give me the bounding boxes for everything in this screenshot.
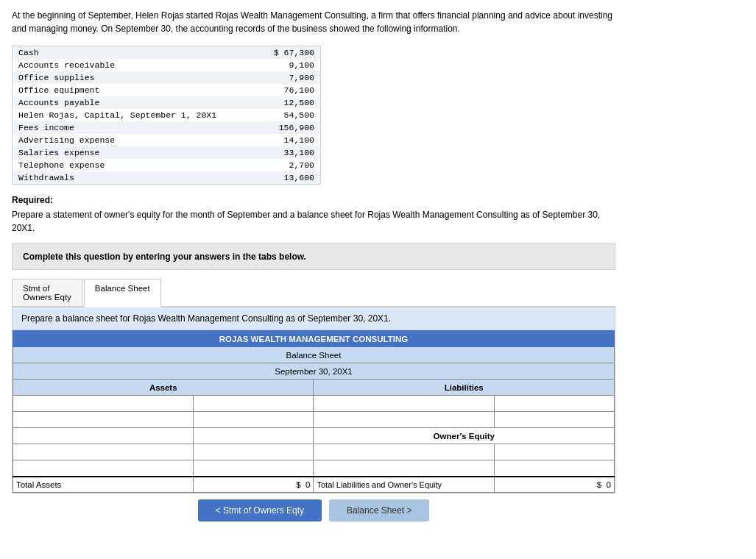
oe-label-input-2[interactable] bbox=[317, 463, 490, 472]
asset-amount-input-2[interactable] bbox=[197, 416, 310, 424]
asset-amount-input-3[interactable] bbox=[197, 432, 310, 441]
financial-value-10: 13,600 bbox=[258, 171, 320, 184]
total-assets-label: Total Assets bbox=[13, 477, 194, 493]
liability-amount-input-2[interactable] bbox=[498, 416, 611, 424]
total-liabilities-label: Total Liabilities and Owner's Equity bbox=[314, 477, 494, 493]
financial-label-9: Telephone expense bbox=[13, 159, 258, 171]
asset-label-input-2[interactable] bbox=[16, 416, 190, 424]
tab-instruction: Prepare a balance sheet for Rojas Wealth… bbox=[13, 307, 615, 330]
financial-label-5: Helen Rojas, Capital, September 1, 20X1 bbox=[13, 109, 258, 121]
required-label: Required: bbox=[12, 195, 744, 205]
balance-sheet-table: ROJAS WEALTH MANAGEMENT CONSULTING Balan… bbox=[13, 330, 615, 493]
tab-balance-sheet[interactable]: Balance Sheet bbox=[84, 279, 161, 307]
owners-equity-label-cell: Owner's Equity bbox=[314, 428, 615, 444]
tab-content: Prepare a balance sheet for Rojas Wealth… bbox=[12, 307, 615, 494]
bs-data-row-3: Owner's Equity bbox=[13, 428, 615, 444]
intro-text: At the beginning of September, Helen Roj… bbox=[12, 9, 615, 35]
asset-amount-5[interactable] bbox=[194, 460, 314, 477]
asset-label-input-5[interactable] bbox=[16, 463, 190, 472]
oe-label-input-1[interactable] bbox=[317, 448, 490, 457]
asset-amount-4[interactable] bbox=[194, 444, 314, 460]
asset-amount-input-5[interactable] bbox=[197, 463, 310, 472]
financial-label-7: Advertising expense bbox=[13, 134, 258, 146]
asset-label-4[interactable] bbox=[13, 444, 194, 460]
asset-amount-2[interactable] bbox=[194, 412, 314, 428]
oe-label-2[interactable] bbox=[314, 460, 494, 477]
bs-data-row-5 bbox=[13, 460, 615, 477]
column-headers-row: Assets Liabilities bbox=[13, 380, 615, 396]
financial-row-4: Accounts payable12,500 bbox=[13, 96, 320, 109]
financial-row-0: Cash$ 67,300 bbox=[13, 46, 320, 59]
liability-label-1[interactable] bbox=[314, 396, 494, 412]
financial-row-6: Fees income156,900 bbox=[13, 121, 320, 134]
oe-label-1[interactable] bbox=[314, 444, 494, 460]
financial-value-6: 156,900 bbox=[258, 121, 320, 134]
total-row: Total Assets $ 0 Total Liabilities and O… bbox=[13, 477, 615, 493]
financial-label-6: Fees income bbox=[13, 121, 258, 134]
asset-amount-input-4[interactable] bbox=[197, 448, 310, 457]
financial-label-10: Withdrawals bbox=[13, 171, 258, 184]
financial-row-7: Advertising expense14,100 bbox=[13, 134, 320, 146]
financial-data-table: Cash$ 67,300Accounts receivable9,100Offi… bbox=[12, 46, 321, 185]
oe-amount-input-1[interactable] bbox=[498, 448, 611, 457]
required-section: Required: Prepare a statement of owner's… bbox=[12, 195, 744, 235]
financial-label-4: Accounts payable bbox=[13, 96, 258, 109]
liability-amount-1[interactable] bbox=[494, 396, 614, 412]
financial-value-7: 14,100 bbox=[258, 134, 320, 146]
financial-value-1: 9,100 bbox=[258, 59, 320, 71]
financial-row-2: Office supplies7,900 bbox=[13, 71, 320, 84]
asset-label-5[interactable] bbox=[13, 460, 194, 477]
financial-value-0: $ 67,300 bbox=[258, 46, 320, 59]
assets-header-cell: Assets bbox=[13, 380, 314, 396]
financial-row-9: Telephone expense2,700 bbox=[13, 159, 320, 171]
financial-label-2: Office supplies bbox=[13, 71, 258, 84]
liability-label-input-1[interactable] bbox=[317, 399, 490, 408]
oe-amount-1[interactable] bbox=[494, 444, 614, 460]
financial-row-1: Accounts receivable9,100 bbox=[13, 59, 320, 71]
sheet-title-row: Balance Sheet bbox=[13, 347, 615, 363]
asset-label-input-4[interactable] bbox=[16, 448, 190, 457]
financial-value-2: 7,900 bbox=[258, 71, 320, 84]
oe-amount-2[interactable] bbox=[494, 460, 614, 477]
total-liabilities-value: 0 bbox=[607, 480, 611, 489]
financial-value-3: 76,100 bbox=[258, 84, 320, 96]
asset-label-3[interactable] bbox=[13, 428, 194, 444]
required-text: Prepare a statement of owner's equity fo… bbox=[12, 208, 615, 235]
asset-label-1[interactable] bbox=[13, 396, 194, 412]
total-assets-value: 0 bbox=[305, 480, 310, 489]
asset-amount-1[interactable] bbox=[194, 396, 314, 412]
sheet-date-cell: September 30, 20X1 bbox=[13, 363, 615, 380]
financial-value-8: 33,100 bbox=[258, 146, 320, 159]
liability-amount-input-1[interactable] bbox=[498, 399, 611, 408]
liability-label-input-2[interactable] bbox=[317, 416, 490, 424]
bs-data-row-1 bbox=[13, 396, 615, 412]
total-assets-value-cell: $ 0 bbox=[194, 477, 314, 493]
asset-amount-3[interactable] bbox=[194, 428, 314, 444]
financial-row-5: Helen Rojas, Capital, September 1, 20X15… bbox=[13, 109, 320, 121]
bs-data-row-4 bbox=[13, 444, 615, 460]
bottom-nav: < Stmt of Owners Eqty Balance Sheet > bbox=[12, 499, 615, 521]
instruction-box: Complete this question by entering your … bbox=[12, 243, 615, 270]
tab-balance-sheet-label: Balance Sheet bbox=[95, 284, 150, 293]
sheet-title-cell: Balance Sheet bbox=[13, 347, 615, 363]
asset-label-input-1[interactable] bbox=[16, 399, 190, 408]
asset-amount-input-1[interactable] bbox=[197, 399, 310, 408]
total-liabilities-dollar: $ bbox=[597, 480, 601, 489]
financial-label-3: Office equipment bbox=[13, 84, 258, 96]
financial-label-1: Accounts receivable bbox=[13, 59, 258, 71]
company-name-cell: ROJAS WEALTH MANAGEMENT CONSULTING bbox=[13, 331, 615, 347]
liability-label-2[interactable] bbox=[314, 412, 494, 428]
prev-nav-button[interactable]: < Stmt of Owners Eqty bbox=[198, 499, 322, 521]
bs-data-row-2 bbox=[13, 412, 615, 428]
total-assets-dollar: $ bbox=[296, 480, 300, 489]
next-nav-button[interactable]: Balance Sheet > bbox=[329, 499, 429, 521]
asset-label-input-3[interactable] bbox=[16, 432, 190, 441]
tab-stmt-owners-equity[interactable]: Stmt ofOwners Eqty bbox=[12, 279, 82, 306]
asset-label-2[interactable] bbox=[13, 412, 194, 428]
financial-value-5: 54,500 bbox=[258, 109, 320, 121]
oe-amount-input-2[interactable] bbox=[498, 463, 611, 472]
balance-sheet-wrapper: ROJAS WEALTH MANAGEMENT CONSULTING Balan… bbox=[13, 330, 615, 493]
liabilities-header-cell: Liabilities bbox=[314, 380, 615, 396]
financial-value-4: 12,500 bbox=[258, 96, 320, 109]
liability-amount-2[interactable] bbox=[494, 412, 614, 428]
